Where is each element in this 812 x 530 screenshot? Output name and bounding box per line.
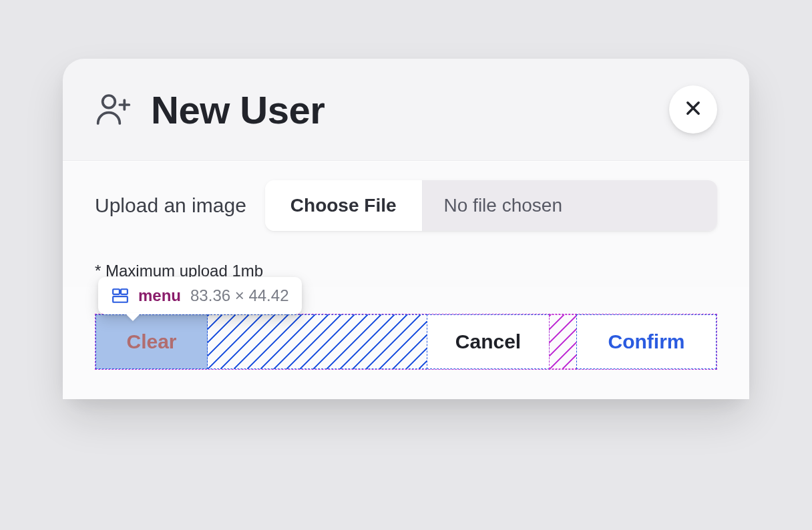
layout-icon xyxy=(112,287,129,304)
devtools-tooltip: menu 83.36 × 44.42 xyxy=(98,277,302,314)
upload-label: Upload an image xyxy=(95,194,246,217)
close-icon xyxy=(684,99,702,120)
file-status-text: No file chosen xyxy=(423,180,717,231)
file-input-group: Choose File No file chosen xyxy=(265,180,717,231)
svg-point-0 xyxy=(103,95,116,108)
svg-rect-5 xyxy=(113,289,120,294)
svg-rect-6 xyxy=(121,289,128,294)
svg-rect-7 xyxy=(113,296,128,302)
new-user-dialog: New User Upload an image Choose File No … xyxy=(63,59,749,399)
tooltip-element-tag: menu xyxy=(138,286,181,305)
dialog-footer: menu 83.36 × 44.42 Clear Cancel Confirm xyxy=(63,287,749,399)
clear-button[interactable]: Clear xyxy=(95,314,208,369)
dialog-title: New User xyxy=(151,87,325,132)
flex-gap xyxy=(207,314,427,369)
choose-file-button[interactable]: Choose File xyxy=(265,180,423,231)
dialog-header: New User xyxy=(63,59,749,161)
user-plus-icon xyxy=(95,91,132,128)
cancel-button[interactable]: Cancel xyxy=(427,314,550,369)
dialog-body: Upload an image Choose File No file chos… xyxy=(63,161,749,287)
flex-gap-small xyxy=(549,314,577,369)
upload-row: Upload an image Choose File No file chos… xyxy=(95,180,717,231)
confirm-button[interactable]: Confirm xyxy=(576,314,717,369)
tooltip-dimensions: 83.36 × 44.42 xyxy=(190,286,288,305)
close-button[interactable] xyxy=(669,85,717,134)
button-menu: menu 83.36 × 44.42 Clear Cancel Confirm xyxy=(95,314,717,370)
